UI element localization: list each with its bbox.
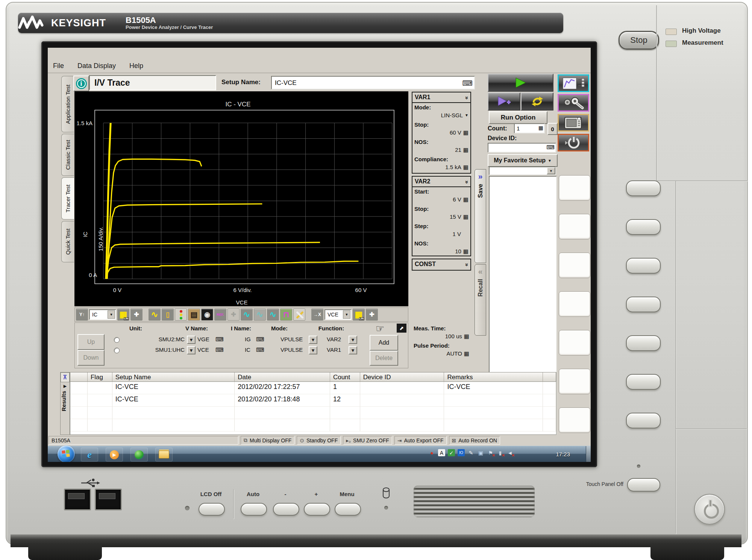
screen-capture-icon[interactable]: ◉ — [201, 309, 213, 321]
parameter-value[interactable]: 100 us▦ — [445, 333, 469, 339]
chevron-down-icon[interactable]: ▾ — [349, 346, 357, 354]
overlay-curve-icon-2[interactable]: ∿ — [254, 309, 266, 321]
softkey-button-7[interactable] — [626, 413, 661, 428]
parameter-value[interactable]: 6 V▦ — [453, 196, 468, 203]
front-button-lcd-off[interactable] — [199, 503, 225, 516]
y-axis-icon[interactable]: Y↑ — [76, 309, 88, 321]
var1-header[interactable]: VAR1» — [412, 92, 470, 103]
configuration-mode-button[interactable] — [558, 94, 589, 112]
column-header-count[interactable]: Count — [330, 372, 360, 382]
column-header-setup-name[interactable]: Setup Name — [112, 372, 235, 382]
parameter-value[interactable]: 1.5 kA▦ — [445, 164, 468, 170]
keypad-icon[interactable]: ▦ — [463, 147, 468, 153]
keypad-icon[interactable]: ▦ — [463, 214, 468, 219]
browser-sphere-icon[interactable] — [130, 448, 148, 462]
keypad-icon[interactable]: ▦ — [464, 334, 469, 339]
chevron-down-icon[interactable]: ▼ — [465, 113, 468, 118]
var2-header[interactable]: VAR2» — [412, 177, 470, 187]
menu-file[interactable]: File — [53, 62, 64, 70]
front-button-menu[interactable] — [335, 503, 361, 516]
parameter-value[interactable]: 21▦ — [455, 147, 468, 153]
x-variable-select[interactable]: VCE▼ — [324, 309, 352, 320]
ie-icon[interactable]: e — [81, 448, 98, 462]
multi-display-indicator[interactable]: ⧉Multi Display OFF — [241, 436, 294, 445]
sidebar-tab-tracer-test[interactable]: Tracer Test — [61, 177, 74, 219]
alert-icon[interactable]: ● — [428, 449, 435, 456]
keyboard-icon[interactable]: ⌨ — [215, 336, 224, 343]
unit-row-radio[interactable] — [114, 348, 120, 353]
sidebar-tab-classic-test[interactable]: Classic Test — [61, 134, 74, 176]
start-button[interactable] — [58, 445, 75, 462]
y-variable-select[interactable]: IC▼ — [89, 309, 116, 320]
results-tab[interactable]: ⊼ ▶ Results — [60, 372, 70, 435]
results-table[interactable]: FlagSetup NameDateCountDevice IDRemarksI… — [70, 372, 556, 435]
scroll-top-icon[interactable]: ⊼ — [61, 372, 70, 382]
chevron-down-icon[interactable]: ▼ — [343, 310, 350, 319]
keyboard-icon[interactable]: ⌨ — [215, 347, 224, 353]
keyboard-icon[interactable]: ⌨ — [546, 144, 555, 151]
speaker-muted-icon[interactable]: ◄✕ — [506, 449, 514, 456]
menu-data-display[interactable]: Data Display — [77, 62, 116, 70]
column-header-device-id[interactable]: Device ID — [360, 372, 444, 382]
usb-port[interactable] — [64, 489, 91, 510]
marker-ruler-icon[interactable]: ▯ — [162, 309, 174, 321]
x-axis-icon[interactable]: →X — [311, 309, 323, 321]
device-id-input[interactable] — [489, 144, 547, 151]
parameter-value[interactable]: 15 V▦ — [450, 213, 468, 220]
parameter-value[interactable]: LIN-SGL▼ — [441, 112, 468, 118]
softkey-button-5[interactable] — [626, 335, 661, 351]
chevron-down-icon[interactable]: ▾ — [349, 336, 357, 344]
keyboard-icon[interactable]: ⌨ — [256, 336, 264, 343]
chevron-down-icon[interactable]: ▾ — [309, 336, 317, 344]
display-settings-icon[interactable]: ▣ — [477, 449, 484, 456]
reference-trace-icon[interactable]: REF. — [214, 309, 226, 321]
standby-mode-button[interactable] — [558, 134, 589, 151]
taskbar-clock[interactable]: 17:23 — [548, 446, 578, 462]
autoscale-curve-icon[interactable]: ∿ — [149, 309, 161, 321]
instrument-chamber-mode-button[interactable] — [558, 114, 589, 132]
language-a-icon[interactable]: A — [438, 449, 445, 456]
usb-port[interactable] — [95, 489, 122, 510]
flag-error-icon[interactable]: ⚑✕ — [487, 449, 494, 456]
standby-indicator[interactable]: ⊙Standby OFF — [297, 436, 341, 445]
touch-panel-off-button[interactable] — [627, 478, 660, 492]
eject-device-icon[interactable]: ▮✕ — [497, 449, 504, 456]
table-row[interactable] — [70, 419, 556, 431]
info-button[interactable]: i — [73, 76, 89, 91]
keypad-icon[interactable]: ▦ — [463, 197, 468, 202]
front-button--[interactable] — [273, 503, 299, 516]
parameter-value[interactable]: 60 V▦ — [450, 129, 468, 136]
overlay-curve-icon-1[interactable]: ∿ — [241, 309, 253, 321]
auto-record-indicator[interactable]: ⊠Auto Record ON — [449, 436, 500, 445]
x-add-axis-icon[interactable]: ✚ — [366, 309, 378, 321]
table-row[interactable]: IC-VCE2012/02/20 17:22:571IC-VCE — [70, 382, 556, 394]
auto-export-indicator[interactable]: ⇥Auto Export OFF — [394, 436, 447, 445]
count-input[interactable] — [515, 124, 537, 132]
row-up-button[interactable]: Up — [77, 334, 105, 350]
keypad-icon[interactable]: ▦ — [463, 130, 468, 135]
y-add-axis-icon[interactable]: ✚ — [130, 309, 143, 321]
parameter-value[interactable]: 1 V — [452, 231, 468, 237]
data-display-mode-button[interactable] — [558, 74, 589, 92]
parameter-value[interactable]: AUTO▦ — [446, 350, 469, 357]
front-button-+[interactable] — [304, 503, 330, 516]
user-check-icon[interactable]: ✓ — [448, 449, 455, 456]
softkey-button-4[interactable] — [626, 297, 661, 312]
chevron-down-icon[interactable]: ▾ — [187, 336, 196, 344]
table-row[interactable]: IC-VCE2012/02/20 17:18:4812 — [70, 394, 556, 407]
show-desktop-button[interactable] — [586, 446, 591, 462]
column-header-flag[interactable]: Flag — [88, 372, 112, 382]
parameter-value[interactable]: 10▦ — [455, 248, 468, 254]
count-zero-button[interactable]: 0 — [547, 123, 558, 135]
sidebar-tab-quick-test[interactable]: Quick Test — [61, 221, 74, 262]
keyboard-icon[interactable]: ⌨ — [256, 347, 264, 353]
column-header-date[interactable]: Date — [235, 372, 330, 382]
chevron-down-icon[interactable]: ▼ — [547, 167, 555, 174]
media-player-icon[interactable]: ▶ — [106, 448, 123, 462]
favorite-setup-select[interactable]: ▼ — [489, 166, 556, 175]
sidebar-tab-application-test[interactable]: Application Test — [61, 76, 74, 132]
iv-trace-plot[interactable]: IC - VCE 1.5 kA 0 A IC 150 A/div. 0 V 6 … — [74, 91, 408, 306]
my-favorite-setup-button[interactable]: My Favorite Setup▼ — [488, 154, 558, 167]
expand-arrow-icon[interactable]: ▶ — [61, 384, 70, 389]
softkey-button-3[interactable] — [626, 258, 661, 274]
